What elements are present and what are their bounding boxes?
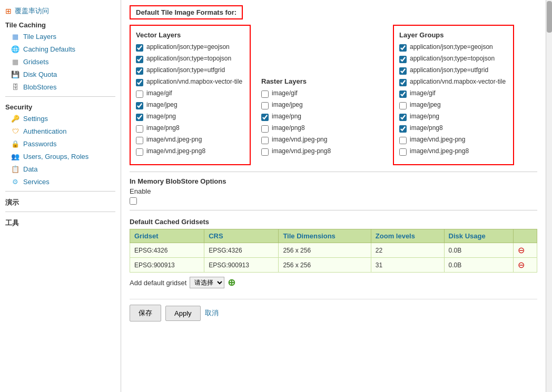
format-label: image/png xyxy=(272,113,301,120)
cell-remove: ⊖ xyxy=(513,243,537,258)
format-label: application/vnd.mapbox-vector-tile xyxy=(410,78,506,85)
format-label: image/png8 xyxy=(272,124,305,132)
add-gridset-button[interactable]: ⊕ xyxy=(228,277,235,288)
format-checkbox-rl-3[interactable] xyxy=(261,125,269,133)
format-label: image/vnd.jpeg-png xyxy=(410,136,465,143)
cell-crs: EPSG:4326 xyxy=(204,243,279,258)
sidebar-item-settings[interactable]: 🔑 Settings xyxy=(0,112,121,125)
save-button[interactable]: 保存 xyxy=(130,305,161,321)
layers-icon: ▦ xyxy=(11,32,20,41)
format-item: image/jpeg xyxy=(261,101,382,109)
scrollbar[interactable] xyxy=(546,0,552,392)
format-label: image/vnd.jpeg-png8 xyxy=(410,147,469,155)
table-row: EPSG:900913 EPSG:900913 256 x 256 31 0.0… xyxy=(130,258,537,273)
format-checkbox-vl-1[interactable] xyxy=(136,56,143,63)
format-label: image/vnd.jpeg-png xyxy=(272,136,327,143)
sidebar-item-authentication[interactable]: 🛡 Authentication xyxy=(0,125,121,137)
format-checkbox-rl-2[interactable] xyxy=(261,114,269,121)
cell-crs: EPSG:900913 xyxy=(204,258,279,273)
format-checkbox-lg-4[interactable] xyxy=(399,91,407,98)
format-label: image/png8 xyxy=(410,124,443,132)
format-checkbox-rl-0[interactable] xyxy=(261,91,269,98)
format-label: image/png xyxy=(146,113,176,120)
sidebar-item-data[interactable]: 📋 Data xyxy=(0,163,121,175)
sidebar-item-users-groups-roles[interactable]: 👥 Users, Groups, Roles xyxy=(0,150,121,163)
security-title: Security xyxy=(0,100,121,112)
formats-wrapper: Vector Layers application/json;type=geoj… xyxy=(130,25,537,165)
format-checkbox-vl-4[interactable] xyxy=(136,91,143,98)
sidebar-item-services[interactable]: ⚙ Services xyxy=(0,175,121,188)
format-checkbox-lg-6[interactable] xyxy=(399,114,407,121)
format-item: application/json;type=topojson xyxy=(399,55,508,63)
format-checkbox-vl-5[interactable] xyxy=(136,102,143,109)
data-icon: 📋 xyxy=(11,164,20,174)
layer-groups-title: Layer Groups xyxy=(399,31,508,39)
format-checkbox-rl-1[interactable] xyxy=(261,102,269,109)
sidebar: ⊞ 覆盖率访问 Tile Caching ▦ Tile Layers 🌐 Cac… xyxy=(0,0,121,392)
format-item: image/vnd.jpeg-png8 xyxy=(261,147,382,156)
format-checkbox-vl-8[interactable] xyxy=(136,137,143,144)
format-checkbox-rl-4[interactable] xyxy=(261,137,269,144)
shield-icon: 🛡 xyxy=(11,126,20,136)
remove-row-0-button[interactable]: ⊖ xyxy=(518,245,525,255)
format-checkbox-lg-8[interactable] xyxy=(399,137,407,144)
table-row: EPSG:4326 EPSG:4326 256 x 256 22 0.0B ⊖ xyxy=(130,243,537,258)
format-checkbox-vl-2[interactable] xyxy=(136,67,143,75)
apply-button[interactable]: Apply xyxy=(165,306,201,321)
format-checkbox-rl-5[interactable] xyxy=(261,148,269,156)
format-checkbox-vl-0[interactable] xyxy=(136,44,143,52)
format-checkbox-vl-7[interactable] xyxy=(136,125,143,133)
main-content: Default Tile Image Formats for: Vector L… xyxy=(121,0,546,392)
grid-icon: ▦ xyxy=(11,57,20,66)
default-tile-label: Default Tile Image Formats for: xyxy=(130,5,243,19)
format-checkbox-lg-5[interactable] xyxy=(399,102,407,109)
gridsets-table: Gridset CRS Tile Dimensions Zoom levels … xyxy=(130,229,537,273)
format-checkbox-lg-1[interactable] xyxy=(399,56,407,63)
format-item: application/json;type=topojson xyxy=(136,55,244,63)
format-checkbox-lg-0[interactable] xyxy=(399,44,407,52)
blob-enable-checkbox[interactable] xyxy=(130,197,137,205)
action-row: 保存 Apply 取消 xyxy=(130,299,537,327)
format-checkbox-lg-2[interactable] xyxy=(399,67,407,75)
raster-layers-title: Raster Layers xyxy=(261,77,382,85)
format-item: image/vnd.jpeg-png xyxy=(399,136,508,144)
col-tile-dimensions: Tile Dimensions xyxy=(279,229,371,243)
sidebar-item-label: Passwords xyxy=(23,140,57,148)
format-label: image/png xyxy=(410,113,439,120)
format-checkbox-lg-3[interactable] xyxy=(399,79,407,86)
format-label: application/vnd.mapbox-vector-tile xyxy=(146,78,242,85)
sidebar-item-label: Authentication xyxy=(23,127,66,135)
format-item: application/json;type=geojson xyxy=(136,43,244,52)
sidebar-item-tile-layers[interactable]: ▦ Tile Layers xyxy=(0,30,121,43)
sidebar-item-blobstores[interactable]: 🗄 BlobStores xyxy=(0,81,121,93)
format-checkbox-vl-9[interactable] xyxy=(136,148,143,156)
format-checkbox-vl-6[interactable] xyxy=(136,114,143,121)
format-label: application/json;type=utfgrid xyxy=(410,66,488,74)
sidebar-item-passwords[interactable]: 🔒 Passwords xyxy=(0,137,121,150)
format-label: image/gif xyxy=(272,89,298,97)
gridsets-divider xyxy=(130,210,537,210)
sidebar-item-caching-defaults[interactable]: 🌐 Caching Defaults xyxy=(0,43,121,55)
col-zoom-levels: Zoom levels xyxy=(371,229,444,243)
sidebar-item-gridsets[interactable]: ▦ Gridsets xyxy=(0,55,121,68)
cancel-button[interactable]: 取消 xyxy=(205,308,219,318)
sidebar-item-disk-quota[interactable]: 💾 Disk Quota xyxy=(0,68,121,81)
sidebar-item-label: Gridsets xyxy=(23,58,48,66)
format-checkbox-vl-3[interactable] xyxy=(136,79,143,86)
format-label: image/vnd.jpeg-png8 xyxy=(146,147,205,155)
format-label: image/gif xyxy=(146,89,172,97)
format-checkbox-lg-7[interactable] xyxy=(399,125,407,133)
add-gridset-select[interactable]: 请选择 xyxy=(190,277,224,288)
col-disk-usage: Disk Usage xyxy=(444,229,513,243)
cell-tile-dimensions: 256 x 256 xyxy=(279,243,371,258)
format-checkbox-lg-9[interactable] xyxy=(399,148,407,156)
sidebar-top-link[interactable]: ⊞ 覆盖率访问 xyxy=(0,4,121,18)
demo-title: 演示 xyxy=(0,195,121,208)
format-item: image/vnd.jpeg-png xyxy=(136,136,244,144)
disk-icon: 💾 xyxy=(11,69,20,79)
sidebar-item-label: BlobStores xyxy=(23,83,57,91)
format-label: image/vnd.jpeg-png xyxy=(146,136,202,143)
format-label: application/json;type=geojson xyxy=(410,43,493,51)
format-label: application/json;type=geojson xyxy=(146,43,230,51)
remove-row-1-button[interactable]: ⊖ xyxy=(518,260,525,270)
